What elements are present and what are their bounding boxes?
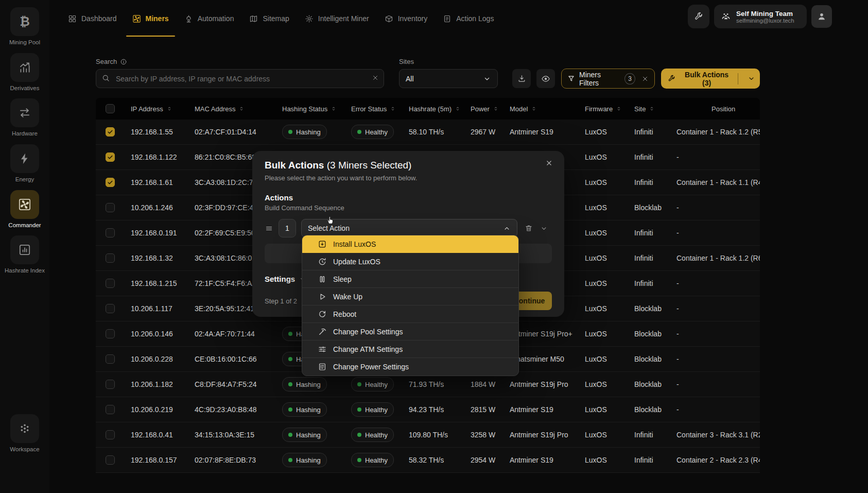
sidebar-item-commander[interactable]: Commander (8, 190, 41, 229)
export-button[interactable] (512, 69, 531, 88)
sites-label: Sites (399, 58, 414, 65)
tools-button[interactable] (688, 5, 709, 28)
column-header-model[interactable]: Model (504, 105, 579, 113)
column-header-ip-address[interactable]: IP Address (125, 105, 188, 113)
row-select-cell (96, 380, 125, 389)
checkbox[interactable] (106, 354, 115, 364)
columns-visibility-button[interactable] (536, 69, 555, 88)
checkbox[interactable] (106, 405, 115, 414)
map-icon (249, 14, 258, 23)
team-switcher[interactable]: Self Mining Team selfmining@luxor.tech (714, 5, 807, 28)
chevron-down-icon[interactable] (742, 75, 760, 82)
checkbox[interactable] (106, 380, 115, 389)
column-header-power[interactable]: Power (464, 105, 504, 113)
sort-icon (616, 106, 622, 112)
avatar-button[interactable] (811, 5, 832, 28)
nav-item-inventory[interactable]: Inventory (383, 0, 430, 37)
nav-item-sitemap[interactable]: Sitemap (247, 0, 291, 37)
sidebar-item-derivatives[interactable]: Derivatives (10, 53, 40, 92)
sidebar-item-hardware[interactable]: Hardware (10, 98, 39, 137)
dropdown-item-change-power-settings[interactable]: Change Power Settings (302, 358, 518, 376)
checkbox[interactable] (106, 455, 115, 465)
cell-site: Infiniti (628, 279, 670, 287)
error-status-badge: Healthy (351, 402, 394, 417)
dropdown-item-label: Sleep (333, 275, 352, 283)
position-link[interactable]: Container 3 - Rack 3.1 (R2, C1) (676, 431, 760, 439)
column-header-firmware[interactable]: Firmware (579, 105, 628, 113)
search-input[interactable] (96, 69, 384, 88)
sidebar-item-mining-pool[interactable]: ₿Mining Pool (9, 7, 40, 46)
position-link[interactable]: Container 1 - Rack 1.1 (R4, C1) (676, 178, 760, 186)
position-link[interactable]: Container 1 - Rack 1.2 (R6, C7) (676, 254, 760, 262)
dropdown-item-update-luxos[interactable]: Update LuxOS (302, 253, 518, 270)
dropdown-item-wake-up[interactable]: Wake Up (302, 288, 518, 305)
cell-firmware: LuxOS (579, 203, 628, 212)
nav-item-label: Dashboard (81, 14, 117, 23)
sidebar-item-energy[interactable]: Energy (10, 144, 39, 183)
row-select-cell (96, 455, 125, 465)
checkbox[interactable] (106, 253, 115, 263)
bulk-actions-button[interactable]: Bulk Actions (3) (661, 69, 760, 89)
sidebar-item-label: Mining Pool (9, 39, 40, 46)
row-select-cell (96, 354, 125, 364)
trash-icon[interactable] (525, 224, 533, 232)
dropdown-item-reboot[interactable]: Reboot (302, 305, 518, 323)
sort-icon (331, 106, 337, 112)
person-icon (817, 11, 827, 22)
table-row[interactable]: 192.168.0.4134:15:13:0A:3E:15HashingHeal… (96, 422, 760, 448)
column-header-hashing-status[interactable]: Hashing Status (276, 105, 345, 113)
chevron-down-icon[interactable] (540, 225, 548, 232)
sites-select[interactable]: All (399, 69, 498, 88)
clear-filters-icon[interactable] (641, 75, 649, 82)
column-header-mac-address[interactable]: MAC Address (188, 105, 276, 113)
miners-filters-button[interactable]: Miners Filters 3 (561, 69, 655, 89)
dropdown-item-change-atm-settings[interactable]: Change ATM Settings (302, 341, 518, 358)
team-email: selfmining@luxor.tech (736, 18, 794, 24)
modal-close-button[interactable] (544, 158, 554, 169)
checkbox-checked[interactable] (106, 127, 115, 137)
nav-item-intelligent-miner[interactable]: Intelligent Miner (303, 0, 371, 37)
checkbox-checked[interactable] (106, 152, 115, 162)
select-all-cell (96, 104, 125, 113)
position-link[interactable]: Container 2 - Rack 2.3 (R4, C2) (676, 456, 760, 464)
checkbox[interactable] (106, 203, 115, 212)
search-clear-button[interactable] (372, 74, 379, 83)
sidebar-item-workspace[interactable]: Workspace (10, 414, 39, 453)
dropdown-item-label: Update LuxOS (333, 258, 380, 266)
nav-item-miners[interactable]: Miners (130, 0, 171, 37)
table-row[interactable]: 192.168.1.5502:A7:CF:01:D4:14HashingHeal… (96, 120, 760, 145)
dropdown-item-sleep[interactable]: Sleep (302, 270, 518, 288)
checkbox-checked[interactable] (106, 178, 115, 187)
checkbox[interactable] (106, 104, 115, 113)
sidebar-item-label: Workspace (10, 446, 39, 453)
sort-icon (455, 106, 461, 112)
energy-icon (10, 144, 39, 173)
checkbox[interactable] (106, 228, 115, 237)
cell-position: - (670, 229, 760, 237)
error-status-badge: Healthy (351, 377, 394, 392)
drag-handle-icon[interactable] (265, 224, 273, 233)
nav-item-automation[interactable]: Automation (182, 0, 236, 37)
nav-item-dashboard[interactable]: Dashboard (66, 0, 119, 37)
table-row[interactable]: 10.206.0.2194C:9D:23:A0:B8:48HashingHeal… (96, 397, 760, 422)
column-header-error-status[interactable]: Error Status (345, 105, 403, 113)
nav-item-action-logs[interactable]: Action Logs (441, 0, 496, 37)
cell-firmware: LuxOS (579, 153, 628, 161)
position-link[interactable]: Container 1 - Rack 1.2 (R5, C9) (676, 128, 760, 136)
dropdown-item-install-luxos[interactable]: Install LuxOS (302, 235, 518, 253)
column-header-site[interactable]: Site (628, 105, 670, 113)
checkbox[interactable] (106, 279, 115, 288)
info-icon (120, 58, 127, 65)
table-row[interactable]: 192.168.0.15702:07:8F:8E:DB:73HashingHea… (96, 448, 760, 473)
checkbox[interactable] (106, 329, 115, 338)
cell-position: Container 1 - Rack 1.2 (R6, C7) (670, 254, 760, 262)
column-header-hashrate-5m[interactable]: Hashrate (5m) (403, 105, 464, 113)
checkbox[interactable] (106, 430, 115, 439)
sidebar-item-hashrate-index[interactable]: Hashrate Index (5, 235, 45, 274)
sort-icon (531, 106, 537, 112)
checkbox[interactable] (106, 304, 115, 313)
cell-hashrate: 94.23 TH/s (403, 405, 464, 414)
dropdown-item-change-pool-settings[interactable]: Change Pool Settings (302, 323, 518, 341)
row-select-cell (96, 329, 125, 338)
nav-item-label: Action Logs (456, 14, 494, 23)
